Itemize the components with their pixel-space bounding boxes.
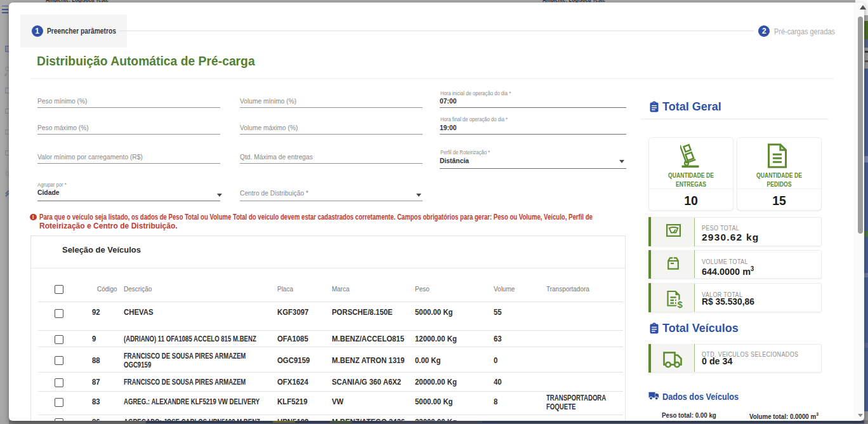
svg-text:$: $ — [678, 298, 683, 308]
